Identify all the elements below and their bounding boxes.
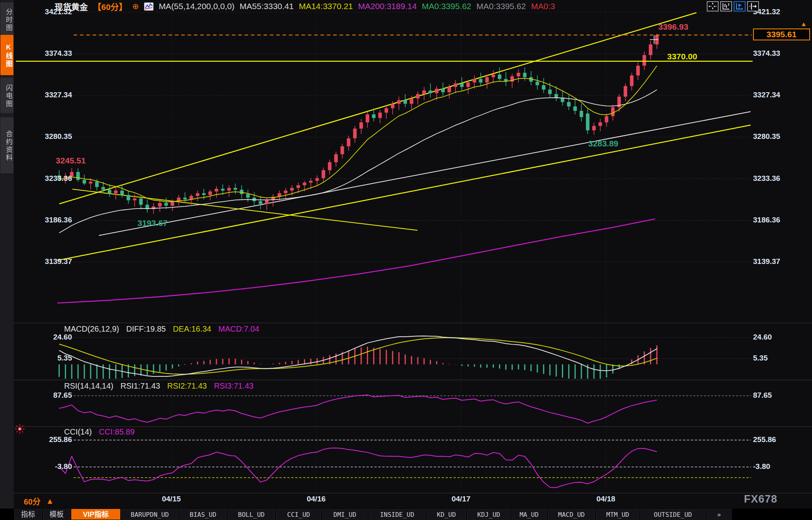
toolbar-tab-[interactable]: 指标 [14,509,42,520]
macd-panel-header: MACD(26,12,9) DIFF:19.85 DEA:16.34 MACD:… [64,325,259,334]
rsi3-value: RSI3:71.43 [214,381,254,391]
toolbar-tab-biasud[interactable]: BIAS_UD [179,509,227,520]
live-beacon-icon [14,423,25,436]
toolbar-tab-dmiud[interactable]: DMI_UD [322,509,368,520]
macd-panel [59,336,657,379]
axis-scale-button[interactable] [720,1,732,11]
rsi1-value: RSI1:71.43 [121,381,160,391]
chart-tools [707,1,759,11]
toolbar-tab-insideud[interactable]: INSIDE_UD [368,509,426,520]
sidebar-tab-kline-chart[interactable]: K线图 [0,35,13,75]
axis-play-button[interactable] [734,1,746,11]
ma0-value-red: MA0:3 [531,2,555,11]
add-indicator-icon[interactable]: ⊕ [132,2,139,10]
sidebar-tab-time-chart[interactable]: 分时图 [0,2,13,36]
gridlines [74,10,751,492]
toolbar-tab-macdud[interactable]: MACD_UD [548,509,595,520]
ma-params: MA(55,14,200,0,0,0) [159,2,234,11]
rsi-panel [59,395,657,423]
ma14-value: MA14:3370.21 [299,2,353,11]
chart-legend: 现货黄金 【60分】 ⊕ MA(55,14,200,0,0,0) MA55:33… [55,1,555,11]
trend-lines[interactable] [57,13,751,260]
crosshair-tool-button[interactable] [707,1,719,11]
toolbar-tab-outsideud[interactable]: OUTSIDE_UD [640,509,706,520]
symbol-name: 现货黄金 [55,0,88,12]
toolbar-tab-mtmud[interactable]: MTM_UD [596,509,639,520]
ma14-line [59,66,657,202]
macd-diff-value: DIFF:19.85 [126,325,166,334]
macd-name: MACD(26,12,9) [64,325,119,334]
rsi2-value: RSI2:71.43 [167,381,207,391]
sidebar: 分时图 K线图 闪电图 合约资料 [0,0,14,520]
footer-interval-label: 60分 [24,495,40,507]
toolbar-tab-maud[interactable]: MA_UD [511,509,547,520]
toolbar-tab-bollud[interactable]: BOLL_UD [228,509,275,520]
footer-interval[interactable]: 60分 ▲ [24,495,54,507]
cci-value: CCI:85.89 [99,427,135,436]
sidebar-tab-lightning-chart[interactable]: 闪电图 [0,78,13,113]
ma55-value: MA55:3330.41 [240,2,294,11]
axis-shift-button[interactable] [747,1,759,11]
toolbar-tab-kdjud[interactable]: KDJ_UD [467,509,510,520]
bottom-toolbar: 指标模板VIP指标BARUPDN_UDBIAS_UDBOLL_UDCCI_UDD… [0,509,812,520]
price-up-arrow-icon: ▲ [801,21,807,28]
rsi-name: RSI(14,14,14) [64,381,114,391]
trading-app: 3421.323421.323374.333374.333327.343327.… [0,0,812,520]
ma200-line [57,219,655,303]
cci-name: CCI(14) [64,427,92,436]
crosshair-cursor [649,35,659,46]
rsi-panel-header: RSI(14,14,14) RSI1:71.43 RSI2:71.43 RSI3… [64,381,254,391]
ma0-value-gray: MA0:3395.62 [476,2,526,11]
macd-dea-value: DEA:16.34 [173,325,211,334]
cci-panel-header: CCI(14) CCI:85.89 [64,427,135,436]
ma-indicator-icon[interactable] [144,2,154,11]
macd-macd-value: MACD:7.04 [218,325,259,334]
toolbar-tab-[interactable]: » [706,509,732,520]
chart-canvas[interactable] [0,0,812,520]
toolbar-tab-vip[interactable]: VIP指标 [71,509,120,520]
footer-interval-arrow-icon: ▲ [46,497,54,506]
toolbar-tab-barupdnud[interactable]: BARUPDN_UD [121,509,178,520]
toolbar-tab-[interactable]: 模板 [43,509,70,520]
watermark: FX678 [744,493,778,505]
last-price-box: 3395.61 [753,28,810,40]
interval-label[interactable]: 【60分】 [93,0,127,12]
cci-panel [59,448,657,488]
sidebar-tab-contract-info[interactable]: 合约资料 [0,117,13,173]
ma200-value: MA200:3189.14 [358,2,417,11]
ma-line-price-label: 3370.00 [667,52,697,61]
toolbar-tab-kdud[interactable]: KD_UD [427,509,466,520]
toolbar-tab-cciud[interactable]: CCI_UD [276,509,321,520]
ma0-value-green: MA0:3395.62 [422,2,471,11]
